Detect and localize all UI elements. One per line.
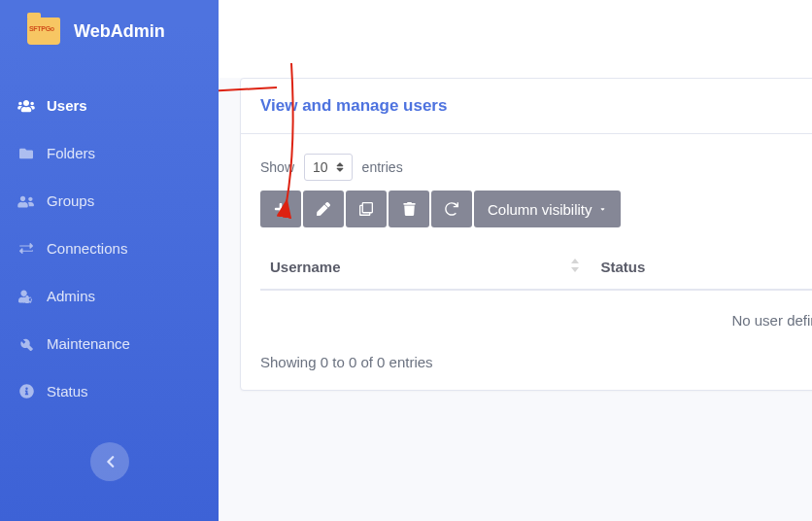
groups-icon bbox=[17, 193, 35, 209]
add-button[interactable] bbox=[260, 191, 301, 227]
sidebar-item-connections[interactable]: Connections bbox=[0, 225, 219, 272]
entries-row: Show 10 entries bbox=[260, 154, 812, 181]
sidebar: SFTPGo WebAdmin Users Folders Groups bbox=[0, 0, 219, 521]
sidebar-item-label: Maintenance bbox=[47, 335, 130, 352]
sidebar-item-admins[interactable]: Admins bbox=[0, 272, 219, 320]
users-icon bbox=[17, 98, 35, 114]
sort-icon bbox=[571, 259, 581, 272]
toolbar-buttons: Column visibility bbox=[260, 191, 812, 227]
column-header-username[interactable]: Username bbox=[260, 245, 591, 290]
column-visibility-label: Column visibility bbox=[488, 201, 592, 218]
brand-title: WebAdmin bbox=[74, 21, 165, 42]
users-card: View and manage users Show 10 entries bbox=[240, 78, 812, 391]
sidebar-item-label: Groups bbox=[47, 192, 94, 209]
sidebar-item-maintenance[interactable]: Maintenance bbox=[0, 320, 219, 367]
column-label: Username bbox=[270, 259, 341, 275]
sidebar-collapse-button[interactable] bbox=[90, 442, 129, 481]
sidebar-item-groups[interactable]: Groups bbox=[0, 177, 219, 225]
sidebar-nav: Users Folders Groups Connections Admins bbox=[0, 82, 219, 415]
sidebar-item-status[interactable]: Status bbox=[0, 367, 219, 415]
info-icon bbox=[17, 384, 35, 399]
sidebar-item-label: Users bbox=[47, 97, 87, 114]
refresh-button[interactable] bbox=[431, 191, 472, 227]
card-title: View and manage users bbox=[260, 96, 812, 116]
column-header-status[interactable]: Status bbox=[591, 245, 812, 290]
entries-selected: 10 bbox=[313, 159, 328, 175]
main-content: View and manage users Show 10 entries bbox=[219, 0, 812, 521]
card-body: Show 10 entries bbox=[241, 134, 812, 390]
admin-icon bbox=[17, 289, 35, 304]
clone-icon bbox=[359, 202, 373, 216]
wrench-icon bbox=[17, 336, 35, 352]
sidebar-item-label: Admins bbox=[47, 288, 95, 304]
brand-logo: SFTPGo bbox=[27, 17, 60, 45]
sidebar-item-label: Folders bbox=[47, 145, 95, 161]
column-label: Status bbox=[600, 259, 645, 275]
caret-down-icon bbox=[598, 206, 607, 212]
column-visibility-button[interactable]: Column visibility bbox=[474, 191, 621, 227]
entries-label: entries bbox=[362, 159, 403, 175]
table-footer-info: Showing 0 to 0 of 0 entries bbox=[260, 354, 812, 370]
show-label: Show bbox=[260, 159, 294, 175]
chevron-left-icon bbox=[105, 455, 115, 469]
plus-icon bbox=[274, 202, 288, 216]
brand-logo-text: SFTPGo bbox=[29, 25, 54, 32]
sidebar-item-folders[interactable]: Folders bbox=[0, 129, 219, 177]
edit-button[interactable] bbox=[303, 191, 344, 227]
folder-icon bbox=[17, 146, 35, 161]
pencil-icon bbox=[317, 202, 330, 216]
connections-icon bbox=[17, 241, 35, 257]
entries-select[interactable]: 10 bbox=[304, 154, 353, 181]
sidebar-item-label: Status bbox=[47, 383, 88, 399]
clone-button[interactable] bbox=[346, 191, 387, 227]
topbar bbox=[219, 0, 812, 78]
sidebar-item-label: Connections bbox=[47, 240, 127, 257]
sort-icon bbox=[336, 161, 344, 173]
refresh-icon bbox=[445, 202, 458, 216]
trash-icon bbox=[403, 202, 416, 216]
sidebar-item-users[interactable]: Users bbox=[0, 82, 219, 129]
delete-button[interactable] bbox=[389, 191, 429, 227]
users-table: Username Status No user define bbox=[260, 245, 812, 354]
brand: SFTPGo WebAdmin bbox=[0, 0, 219, 62]
card-header: View and manage users bbox=[241, 79, 812, 134]
table-empty: No user define bbox=[260, 290, 812, 354]
